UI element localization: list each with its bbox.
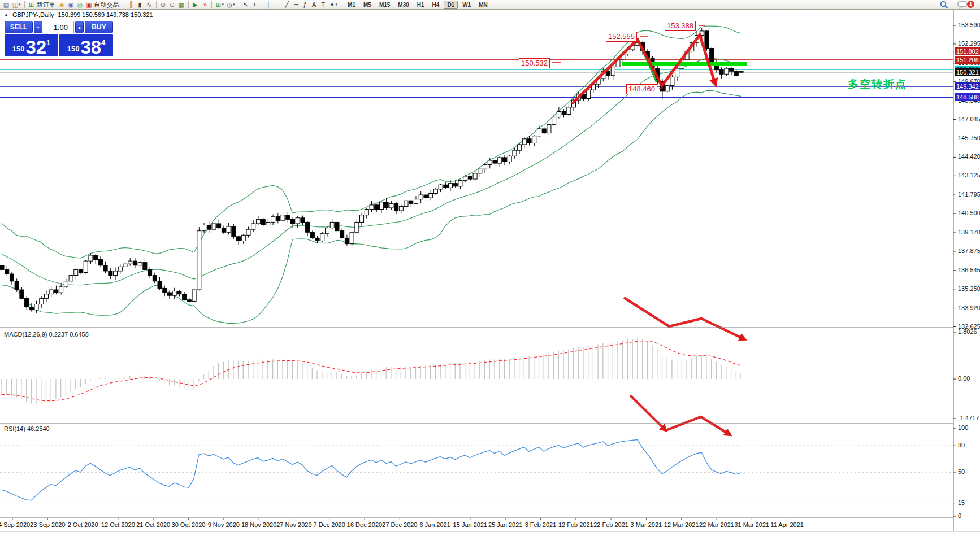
- rsi-axis-tick: 50: [958, 468, 965, 475]
- toolbar-separator: [188, 1, 189, 8]
- timeframe-mn-button[interactable]: MN: [475, 1, 491, 9]
- vertical-line-icon[interactable]: │: [264, 1, 274, 9]
- date-axis-label: 11 Apr 2021: [770, 521, 804, 528]
- date-axis-label: 18 Nov 2020: [241, 521, 276, 528]
- date-axis-label: 30 Oct 2020: [172, 521, 206, 528]
- volume-input[interactable]: 1.00: [44, 21, 74, 33]
- autotrading-label[interactable]: 自动交易: [94, 1, 119, 9]
- price-badge: 150.321: [955, 68, 980, 76]
- annotation-note-text: 多空转折点: [848, 77, 907, 91]
- new-order-label[interactable]: 新订单: [37, 1, 55, 9]
- date-axis-label: 9 Nov 2020: [208, 521, 240, 528]
- trendline-icon[interactable]: ╱: [283, 1, 292, 9]
- market-watch-icon-caret[interactable]: ▾: [19, 2, 21, 7]
- window-list-icon[interactable]: ▤: [2, 1, 11, 9]
- date-axis-label: 23 Sep 2020: [30, 521, 65, 528]
- date-axis-label: 12 Mar 2021: [664, 521, 699, 528]
- macd-axis-tick: 0.00: [958, 375, 970, 382]
- rsi-axis-tick: 80: [958, 442, 965, 448]
- arrows-icon-caret[interactable]: ▾: [336, 2, 338, 7]
- chart-shift-icon[interactable]: ▶: [191, 1, 200, 9]
- volume-up-button[interactable]: ▲: [75, 21, 84, 33]
- price-annotation-box: 148.460: [626, 84, 657, 94]
- new-order-icon[interactable]: ⊞: [27, 1, 36, 9]
- toolbar-separator: [124, 1, 124, 8]
- macd-axis-tick: 1.8026: [958, 328, 977, 335]
- toolbar-separator: [211, 1, 212, 8]
- indicators-icon-caret[interactable]: ▾: [222, 2, 224, 7]
- date-axis-label: 22 Mar 2021: [699, 521, 734, 528]
- timeframe-m1-button[interactable]: M1: [344, 1, 359, 9]
- notification-badge: 1: [967, 1, 974, 8]
- timeframe-m30-button[interactable]: M30: [394, 1, 412, 9]
- price-axis-tick: 143.125: [958, 172, 980, 178]
- channel-icon[interactable]: ▱: [292, 1, 301, 9]
- timeframe-h4-button[interactable]: H4: [429, 1, 443, 9]
- toolbar-right: 1: [940, 1, 980, 9]
- date-axis-label: 14 Sep 2020: [0, 521, 30, 528]
- text-label-icon[interactable]: T: [319, 1, 328, 9]
- price-annotation-box: 150.532: [519, 58, 550, 68]
- price-badge: 149.342: [955, 82, 980, 90]
- rsi-axis-tick: 0: [958, 512, 961, 519]
- signals-icon[interactable]: ◎: [76, 1, 85, 9]
- price-axis-tick: 141.795: [958, 191, 980, 198]
- toolbar-separator: [239, 1, 239, 8]
- sell-button[interactable]: SELL: [5, 21, 33, 33]
- timeframe-m5-button[interactable]: M5: [360, 1, 375, 9]
- date-axis-label: 15 Jan 2021: [453, 521, 488, 528]
- macd-label: MACD(12,26,9) 0.2237 0.6458: [4, 331, 89, 338]
- price-annotation-box: 152.555: [606, 32, 637, 42]
- zoom-in-icon[interactable]: ⊕: [159, 1, 168, 9]
- timeframe-m15-button[interactable]: M15: [376, 1, 393, 9]
- price-axis-tick: 135.250: [958, 285, 980, 292]
- chart-title: ▲ GBPJPY-,Daily 150.399 150.569 149.738 …: [4, 11, 153, 18]
- date-axis-label: 2 Oct 2020: [68, 521, 98, 528]
- date-axis-label: 27 Dec 2020: [382, 521, 417, 528]
- volume-down-button[interactable]: ▼: [34, 21, 42, 33]
- macd-axis-tick: -1.4717: [958, 415, 979, 421]
- timeframe-h1-button[interactable]: H1: [414, 1, 428, 9]
- sell-price-big: 32: [25, 39, 46, 55]
- toolbar-separator: [24, 1, 25, 8]
- mql-community-icon[interactable]: ◉: [67, 1, 76, 9]
- horizontal-line-icon[interactable]: ─: [274, 1, 283, 9]
- rsi-axis-tick: 15: [958, 499, 965, 506]
- chart-canvas[interactable]: [0, 0, 980, 536]
- timeframe-d1-button[interactable]: D1: [444, 1, 458, 9]
- bars-chart-icon[interactable]: ┃: [127, 1, 136, 9]
- styler-icon[interactable]: ◈: [58, 1, 67, 9]
- cursor-icon[interactable]: ↖: [241, 1, 250, 9]
- zoom-out-icon[interactable]: ⊖: [168, 1, 177, 9]
- buy-price-sup: 4: [101, 38, 105, 47]
- candles-chart-icon[interactable]: ▮: [136, 1, 145, 9]
- buy-price-small: 150: [67, 45, 80, 53]
- timeframe-w1-button[interactable]: W1: [459, 1, 474, 9]
- date-axis-label: 6 Jan 2021: [419, 521, 450, 528]
- notifications[interactable]: 1: [957, 1, 974, 9]
- text-icon[interactable]: A: [310, 1, 319, 9]
- sell-price-sup: 1: [46, 38, 50, 47]
- one-click-trading-panel: SELL ▼ 1.00 ▲ BUY 150 32 1 150 38 4: [5, 21, 113, 56]
- fibonacci-icon[interactable]: ƒ: [301, 1, 310, 9]
- price-axis-tick: 144.420: [958, 153, 980, 160]
- price-axis-tick: 153.590: [958, 21, 980, 28]
- rsi-axis-tick: 100: [958, 424, 968, 431]
- buy-button[interactable]: BUY: [85, 21, 113, 33]
- autotrading-icon[interactable]: ▣: [85, 1, 94, 9]
- buy-price-panel[interactable]: 150 38 4: [59, 34, 113, 56]
- date-axis-label: 25 Jan 2021: [488, 521, 523, 528]
- line-chart-icon[interactable]: ∿: [145, 1, 154, 9]
- tile-windows-icon[interactable]: ▦: [177, 1, 186, 9]
- periods-icon-caret[interactable]: ▾: [233, 2, 235, 7]
- auto-scroll-icon[interactable]: ↠: [200, 1, 209, 9]
- crosshair-icon[interactable]: +: [250, 1, 259, 9]
- chat-bubble-icon: [957, 1, 968, 10]
- search-icon[interactable]: [940, 1, 948, 9]
- price-axis-tick: 136.545: [958, 267, 980, 273]
- sell-price-panel[interactable]: 150 32 1: [5, 34, 58, 56]
- price-badge: 151.206: [955, 56, 980, 64]
- mt4-window: ▤◫▾⊞新订单◈◉◎▣自动交易┃▮∿⊕⊖▦▶↠⊞▾◷▾↖+│─╱▱ƒAT✦▾M1…: [0, 0, 980, 536]
- price-badge: 148.588: [955, 93, 980, 101]
- collapse-icon[interactable]: ▲: [4, 12, 8, 18]
